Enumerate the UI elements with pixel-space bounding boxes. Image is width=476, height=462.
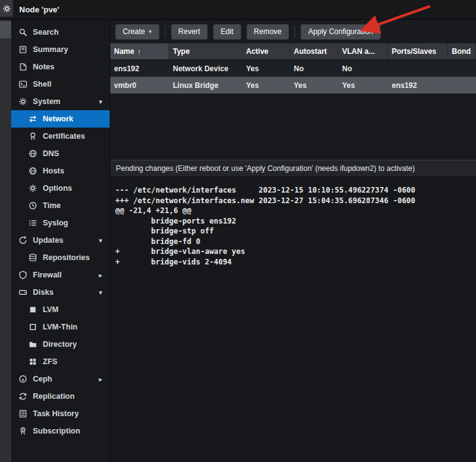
- sidebar-item-summary[interactable]: Summary: [11, 41, 110, 58]
- column-header-name[interactable]: Name↑: [110, 43, 169, 59]
- table-cell: Yes: [338, 77, 388, 94]
- list-icon: [29, 219, 38, 227]
- sidebar-item-label: Certificates: [43, 132, 85, 141]
- sidebar-item-label: System: [33, 97, 60, 106]
- sidebar-item-label: DNS: [43, 149, 59, 158]
- column-header-vlan-a[interactable]: VLAN a...: [338, 43, 388, 59]
- diff-line: @@ -21,4 +21,6 @@: [115, 206, 476, 216]
- sidebar-item-zfs[interactable]: ZFS: [11, 353, 110, 370]
- column-header-autostart[interactable]: Autostart: [290, 43, 338, 59]
- certificate-icon: [29, 132, 38, 141]
- sidebar-item-system[interactable]: System▾: [11, 93, 110, 110]
- refresh-icon: [19, 236, 29, 245]
- edit-button[interactable]: Edit: [213, 24, 241, 40]
- sidebar-item-disks[interactable]: Disks▾: [11, 284, 110, 301]
- sidebar-item-dns[interactable]: DNS: [11, 145, 110, 162]
- folder-icon: [29, 340, 38, 349]
- sidebar-item-label: Updates: [33, 236, 63, 245]
- chevron-right-icon[interactable]: ▸: [99, 375, 102, 383]
- collapsed-panel-handle[interactable]: [0, 21, 11, 38]
- network-icon: [29, 115, 38, 123]
- column-header-label: VLAN a...: [342, 47, 375, 56]
- sidebar-item-label: Shell: [33, 80, 51, 89]
- column-header-ports-slaves[interactable]: Ports/Slaves: [388, 43, 448, 59]
- main-panel: Create ▾ Revert Edit Remove Apply Config…: [110, 20, 476, 462]
- revert-button[interactable]: Revert: [171, 24, 208, 40]
- page-title: Node 'pve': [19, 5, 60, 14]
- column-header-type[interactable]: Type: [169, 43, 242, 59]
- sidebar-item-subscription[interactable]: Subscription: [11, 422, 110, 440]
- grid-empty-area: [110, 94, 476, 160]
- sidebar-item-updates[interactable]: Updates▾: [11, 232, 110, 249]
- book-icon: [19, 45, 29, 54]
- column-header-bond[interactable]: Bond: [448, 43, 476, 59]
- sidebar-item-firewall[interactable]: Firewall▸: [11, 266, 110, 284]
- sidebar-item-lvm[interactable]: LVM: [11, 301, 110, 318]
- table-cell: ens192: [388, 77, 448, 94]
- clock-icon: [29, 201, 38, 210]
- diff-line: --- /etc/network/interfaces 2023-12-15 1…: [115, 185, 476, 196]
- table-cell: Yes: [242, 77, 290, 94]
- sidebar-item-replication[interactable]: Replication: [11, 388, 110, 405]
- replication-icon: [19, 392, 29, 401]
- globe-icon: [29, 149, 38, 158]
- diff-line: +++ /etc/network/interfaces.new 2023-12-…: [115, 196, 476, 206]
- table-row-ens192[interactable]: ens192Network DeviceYesNoNo: [110, 60, 476, 77]
- database-icon: [29, 253, 38, 262]
- pending-changes-header: Pending changes (Either reboot or use 'A…: [110, 160, 476, 177]
- sidebar-item-label: Notes: [33, 63, 55, 71]
- remove-button[interactable]: Remove: [247, 24, 289, 40]
- column-header-active[interactable]: Active: [242, 43, 290, 59]
- shield-icon: [19, 271, 29, 279]
- chevron-right-icon[interactable]: ▸: [99, 271, 102, 279]
- grid-header: Name↑TypeActiveAutostartVLAN a...Ports/S…: [110, 43, 476, 60]
- grid-body: ens192Network DeviceYesNoNovmbr0Linux Br…: [110, 60, 476, 94]
- diff-line: bridge-ports ens192: [115, 216, 476, 227]
- collapsed-panel-strip[interactable]: [0, 20, 11, 462]
- toolbar-separator: [294, 25, 295, 38]
- sidebar-item-syslog[interactable]: Syslog: [11, 214, 110, 232]
- chevron-down-icon[interactable]: ▾: [99, 98, 102, 106]
- tasks-icon: [19, 409, 29, 418]
- create-button[interactable]: Create ▾: [115, 24, 159, 40]
- table-cell: Network Device: [169, 60, 242, 77]
- column-header-label: Bond: [452, 47, 471, 56]
- sidebar-item-repositories[interactable]: Repositories: [11, 249, 110, 266]
- chevron-down-icon[interactable]: ▾: [99, 237, 102, 245]
- table-cell: No: [290, 60, 338, 77]
- diff-line: + bridge-vlan-aware yes: [115, 246, 476, 257]
- sidebar-item-options[interactable]: Options: [11, 180, 110, 197]
- sidebar-item-certificates[interactable]: Certificates: [11, 128, 110, 145]
- apply-configuration-button[interactable]: Apply Configuration: [301, 24, 381, 40]
- sort-ascending-icon: ↑: [138, 48, 141, 55]
- column-header-label: Active: [246, 47, 268, 56]
- chevron-down-icon[interactable]: ▾: [99, 289, 102, 297]
- sidebar-item-label: Subscription: [33, 427, 80, 435]
- sidebar-item-label: Search: [33, 28, 59, 37]
- sidebar-item-task-history[interactable]: Task History: [11, 405, 110, 422]
- table-cell: [448, 60, 476, 77]
- sidebar-item-ceph[interactable]: Ceph▸: [11, 370, 110, 388]
- proxmox-window: Node 'pve' SearchSummaryNotesShellSystem…: [0, 0, 476, 462]
- sidebar-item-label: Syslog: [43, 219, 68, 227]
- sidebar-item-label: ZFS: [43, 357, 58, 366]
- table-cell: [448, 77, 476, 94]
- sidebar-item-directory[interactable]: Directory: [11, 336, 110, 353]
- sidebar-item-network[interactable]: Network: [11, 110, 110, 128]
- table-row-vmbr0[interactable]: vmbr0Linux BridgeYesYesYesens192: [110, 77, 476, 94]
- sidebar-item-hosts[interactable]: Hosts: [11, 162, 110, 180]
- toolbar-separator: [165, 25, 165, 38]
- column-header-label: Autostart: [294, 47, 327, 56]
- sidebar-item-label: LVM-Thin: [43, 323, 77, 331]
- settings-gear-icon[interactable]: [0, 0, 13, 17]
- ribbon-icon: [19, 427, 29, 435]
- sidebar-item-time[interactable]: Time: [11, 197, 110, 214]
- create-button-label: Create: [123, 27, 145, 36]
- sidebar-item-shell[interactable]: Shell: [11, 76, 110, 93]
- sidebar-item-label: Summary: [33, 45, 68, 54]
- sidebar-item-notes[interactable]: Notes: [11, 58, 110, 76]
- sidebar-item-search[interactable]: Search: [11, 24, 110, 41]
- table-cell: ens192: [110, 60, 169, 77]
- sidebar-item-lvm-thin[interactable]: LVM-Thin: [11, 318, 110, 336]
- diff-line: bridge-fd 0: [115, 237, 476, 247]
